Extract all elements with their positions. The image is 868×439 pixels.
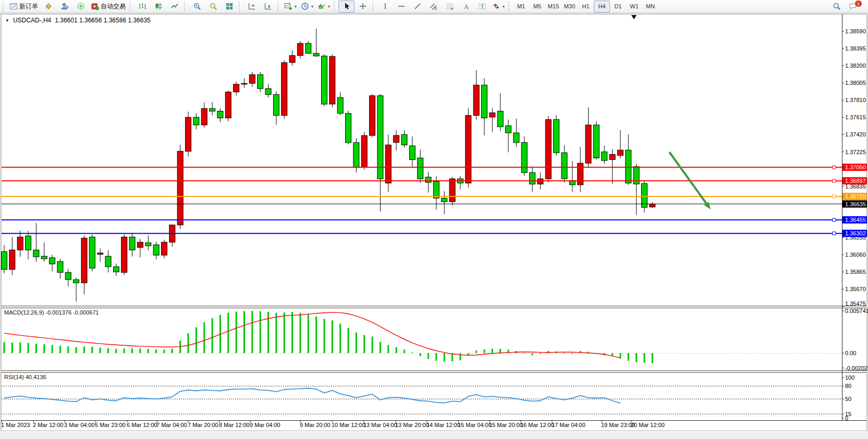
candle-body [2, 252, 7, 269]
candle-body [626, 150, 631, 183]
hline-handle[interactable] [833, 218, 836, 221]
tiles-icon [225, 2, 234, 10]
candle-body [561, 153, 567, 179]
trendline-icon [413, 2, 422, 10]
autotrading-button-label: 自动交易 [101, 2, 126, 11]
zoom-out-button[interactable] [205, 1, 221, 12]
symbols-button[interactable] [40, 1, 56, 12]
macd-histogram-bar [628, 353, 629, 361]
toolbar-group-grip[interactable] [277, 2, 280, 11]
candle-body [545, 120, 551, 179]
candle-body [585, 125, 591, 163]
hline-handle[interactable] [833, 179, 836, 182]
tf-d1-button[interactable]: D1 [610, 1, 626, 12]
candle-body [74, 280, 79, 283]
search-icon [833, 2, 841, 10]
tile-windows-button[interactable] [221, 1, 237, 12]
macd-histogram-bar [523, 353, 525, 354]
candlestick-chart-button[interactable] [150, 1, 166, 12]
price-line-badge-text: 1.36455 [845, 217, 866, 223]
macd-histogram-bar [571, 353, 573, 354]
text-label-button[interactable]: T [474, 1, 490, 12]
price-tick-label: 1.38395 [845, 45, 866, 52]
cursor-button[interactable] [338, 1, 354, 12]
templates-button[interactable]: ▾ [315, 1, 332, 12]
macd-histogram-bar [308, 314, 309, 353]
tf-m1-button[interactable]: M1 [513, 1, 529, 12]
new-order-button-label: 新订单 [19, 2, 38, 11]
toolbar-group-grip[interactable] [3, 2, 6, 11]
trendline-button[interactable] [409, 1, 425, 12]
dropdown-chevron-icon[interactable]: ▾ [503, 4, 505, 9]
toolbar-group-grip[interactable] [239, 2, 242, 11]
toolbar-group-grip[interactable] [184, 2, 187, 11]
candle-body [490, 113, 495, 117]
tf-w1-button[interactable]: W1 [626, 1, 642, 12]
toolbar-group-grip[interactable] [129, 2, 132, 11]
line-chart-button[interactable] [166, 1, 182, 12]
candle-body [162, 242, 167, 255]
text-button[interactable]: A [458, 1, 474, 12]
macd-histogram-bar [139, 348, 141, 353]
dropdown-chevron-icon[interactable]: ▾ [295, 4, 297, 9]
channel-button[interactable]: E [425, 1, 442, 12]
tf-m5-button[interactable]: M5 [529, 1, 545, 12]
price-line-badge-text: 1.36897 [845, 178, 866, 184]
crosshair-button[interactable] [354, 1, 371, 12]
collapse-triangle-icon[interactable]: ▼ [5, 18, 9, 23]
tf-d1-button-label: D1 [615, 3, 622, 9]
macd-histogram-bar [188, 333, 189, 353]
macd-histogram-bar [635, 353, 637, 362]
hline-handle[interactable] [833, 166, 836, 169]
mt4-window: 新订单自动交易▾▾▾EFAT▾M1M5M15M30H1H4D1W1MN1 1.3… [0, 0, 868, 439]
candle-body [9, 250, 15, 269]
toolbar-group-grip[interactable] [334, 2, 337, 11]
chart-canvas[interactable]: 1.385901.383951.382001.380051.378101.376… [0, 0, 868, 439]
bar-chart-button[interactable] [134, 1, 150, 12]
community-button[interactable] [56, 1, 72, 12]
chat-button[interactable]: 1 [845, 1, 861, 12]
toolbar-group-grip[interactable] [372, 2, 375, 11]
autotrading-button[interactable]: 自动交易 [89, 1, 128, 12]
auto-scroll-button[interactable] [260, 1, 276, 12]
candle-body [273, 95, 279, 116]
hline-handle[interactable] [833, 195, 836, 198]
tf-h1-button[interactable]: H1 [578, 1, 594, 12]
arrows-button[interactable]: ▾ [490, 1, 507, 12]
new-order-button[interactable]: 新订单 [7, 1, 40, 12]
chart-ohlc-values: 1.36601 1.36656 1.36586 1.36635 [55, 17, 151, 24]
time-label: 1 Mar 2023 [1, 422, 30, 428]
candle-body [473, 85, 479, 115]
vertical-line-button[interactable] [377, 1, 393, 12]
toolbar-group-grip[interactable] [508, 2, 511, 11]
dropdown-chevron-icon[interactable]: ▾ [328, 4, 330, 9]
macd-histogram-bar [19, 342, 21, 353]
tf-w1-button-label: W1 [630, 3, 639, 9]
fibonacci-button[interactable]: F [442, 1, 458, 12]
search-button[interactable] [828, 1, 845, 12]
candle-body [433, 181, 439, 198]
candle-body [121, 237, 127, 272]
zoom-in-button[interactable] [189, 1, 205, 12]
tf-m15-button[interactable]: M15 [545, 1, 561, 12]
horizontal-line-button[interactable] [393, 1, 409, 12]
new-chart-button[interactable]: ▾ [282, 1, 299, 12]
macd-histogram-bar [107, 348, 109, 353]
candle-body [329, 56, 335, 104]
periods-button[interactable]: ▾ [299, 1, 315, 12]
new-chart-icon [284, 2, 292, 10]
tf-m30-button[interactable]: M30 [561, 1, 578, 12]
dropdown-chevron-icon[interactable]: ▾ [311, 4, 313, 9]
macd-histogram-bar [339, 324, 341, 353]
svg-text:F: F [451, 7, 453, 11]
hline-handle[interactable] [833, 232, 836, 235]
candle-body [514, 133, 519, 143]
signals-button[interactable] [72, 1, 89, 12]
chart-shift-button[interactable] [243, 1, 260, 12]
candle-body [26, 236, 31, 250]
macd-histogram-bar [131, 348, 133, 353]
tf-h4-button[interactable]: H4 [594, 1, 610, 12]
tf-mn-button[interactable]: MN [642, 1, 658, 12]
macd-histogram-bar [100, 347, 101, 353]
candle-body [225, 92, 231, 118]
